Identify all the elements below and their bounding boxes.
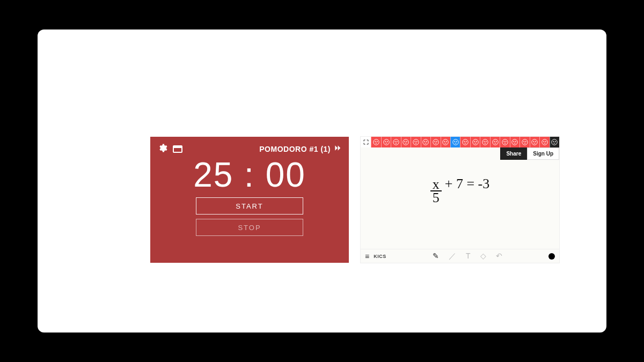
board-header: Share Sign Up: [361, 147, 559, 160]
fullscreen-icon[interactable]: [361, 137, 371, 147]
pomodoro-title-wrap: POMODORO #1 (1): [259, 144, 341, 153]
avatar-icon[interactable]: [530, 137, 539, 147]
svg-point-24: [452, 139, 458, 145]
svg-point-26: [456, 141, 457, 142]
pomodoro-buttons: START STOP: [158, 197, 341, 236]
svg-point-39: [502, 139, 508, 145]
start-button[interactable]: START: [196, 197, 303, 215]
whiteboard-panel: Share Sign Up x 5 + 7 = -3 ≡ KICS ✎ ／ T …: [361, 137, 559, 263]
svg-point-37: [494, 141, 494, 142]
svg-point-6: [393, 139, 399, 145]
avatar-icon[interactable]: [371, 137, 380, 147]
line-tool-icon[interactable]: ／: [449, 252, 456, 261]
svg-point-51: [542, 139, 548, 145]
svg-point-5: [387, 141, 387, 142]
svg-point-12: [413, 139, 419, 145]
text-tool-icon[interactable]: T: [466, 252, 471, 261]
avatar-icon[interactable]: [550, 137, 559, 147]
avatar-icon[interactable]: [490, 137, 500, 147]
svg-point-34: [484, 141, 485, 142]
svg-point-0: [374, 139, 379, 145]
share-button[interactable]: Share: [500, 147, 527, 160]
svg-point-44: [516, 141, 516, 142]
avatar-icon[interactable]: [450, 137, 460, 147]
avatar-icon[interactable]: [500, 137, 509, 147]
svg-point-35: [486, 141, 486, 142]
stop-button[interactable]: STOP: [196, 219, 303, 236]
svg-point-45: [522, 139, 528, 145]
user-name: KICS: [374, 254, 386, 259]
gear-icon[interactable]: [158, 143, 167, 154]
slide-card: POMODORO #1 (1) 25 : 00 START STOP: [38, 29, 606, 333]
svg-point-1: [375, 141, 376, 142]
svg-point-47: [525, 141, 526, 142]
svg-point-18: [433, 139, 439, 145]
svg-point-21: [443, 139, 449, 145]
svg-point-36: [492, 139, 498, 145]
svg-point-38: [496, 141, 496, 142]
svg-point-31: [474, 141, 474, 142]
avatar-icon[interactable]: [401, 137, 411, 147]
svg-point-13: [415, 141, 415, 142]
skip-icon[interactable]: [334, 144, 341, 153]
svg-point-3: [383, 139, 389, 145]
pomodoro-topbar: POMODORO #1 (1): [158, 143, 341, 154]
svg-point-53: [545, 141, 546, 142]
pen-tool-icon[interactable]: ✎: [433, 252, 439, 261]
svg-point-46: [524, 141, 524, 142]
avatar-icon[interactable]: [539, 137, 549, 147]
svg-point-30: [472, 139, 478, 145]
svg-point-56: [555, 141, 555, 142]
svg-point-52: [543, 141, 544, 142]
avatar-icon[interactable]: [460, 137, 470, 147]
avatar-icon[interactable]: [411, 137, 420, 147]
avatar-icon[interactable]: [421, 137, 430, 147]
menu-icon[interactable]: ≡: [365, 252, 369, 261]
svg-point-40: [504, 141, 504, 142]
avatar-icon[interactable]: [519, 137, 529, 147]
svg-point-43: [514, 141, 514, 142]
svg-point-50: [536, 141, 536, 142]
pomodoro-title: POMODORO #1 (1): [259, 145, 331, 153]
svg-point-17: [427, 141, 427, 142]
svg-point-54: [552, 139, 558, 145]
svg-point-23: [446, 141, 447, 142]
svg-point-55: [553, 141, 554, 142]
window-icon[interactable]: [173, 145, 182, 153]
svg-point-15: [423, 139, 429, 145]
board-footer: ≡ KICS ✎ ／ T ◇ ↶: [361, 249, 559, 263]
avatar-icon[interactable]: [430, 137, 440, 147]
timer-display: 25 : 00: [158, 158, 341, 192]
svg-point-2: [377, 141, 377, 142]
pomodoro-panel: POMODORO #1 (1) 25 : 00 START STOP: [150, 137, 349, 263]
equation-rest: + 7 = -3: [445, 176, 489, 192]
whiteboard-canvas[interactable]: x 5 + 7 = -3: [361, 160, 559, 249]
avatar-icon[interactable]: [510, 137, 519, 147]
svg-point-9: [403, 139, 409, 145]
svg-point-20: [436, 141, 437, 142]
avatar-icon[interactable]: [391, 137, 400, 147]
avatar-icon[interactable]: [381, 137, 391, 147]
avatar-icon[interactable]: [470, 137, 480, 147]
eraser-tool-icon[interactable]: ◇: [480, 252, 486, 261]
svg-point-33: [482, 139, 488, 145]
svg-point-32: [476, 141, 477, 142]
svg-point-4: [385, 141, 385, 142]
undo-icon[interactable]: ↶: [496, 252, 502, 261]
svg-point-27: [463, 139, 469, 145]
avatar-row: [361, 137, 559, 147]
svg-point-14: [416, 141, 417, 142]
equation-fraction: x 5: [430, 178, 442, 204]
avatar-icon[interactable]: [441, 137, 450, 147]
color-picker-icon[interactable]: [548, 253, 555, 260]
avatar-icon[interactable]: [480, 137, 489, 147]
svg-point-42: [512, 139, 518, 145]
svg-point-8: [397, 141, 397, 142]
svg-point-41: [506, 141, 506, 142]
signup-button[interactable]: Sign Up: [527, 147, 559, 160]
content-row: POMODORO #1 (1) 25 : 00 START STOP: [150, 137, 559, 263]
svg-point-29: [466, 141, 466, 142]
equation-denominator: 5: [430, 191, 442, 204]
svg-point-11: [407, 141, 407, 142]
svg-point-10: [405, 141, 405, 142]
